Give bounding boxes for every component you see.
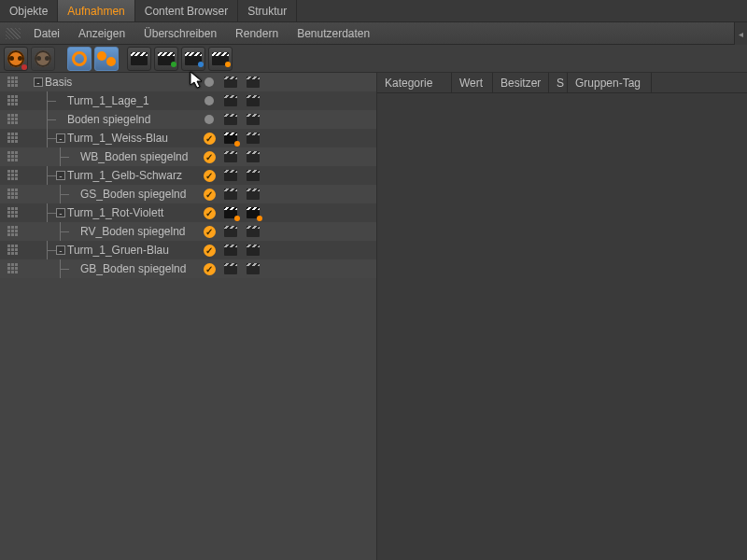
clapper-mini-icon[interactable]: [242, 133, 264, 144]
drag-handle-icon[interactable]: [7, 226, 19, 237]
take-row[interactable]: WB_Boden spiegelnd✓: [0, 147, 376, 166]
take-row[interactable]: -Turm_1_Weiss-Blau✓: [0, 129, 376, 147]
expander-icon: [69, 189, 78, 199]
take-row[interactable]: -Turm_1_Gelb-Schwarz✓: [0, 166, 376, 185]
clapper-mini-icon[interactable]: [242, 189, 264, 200]
clapper-mini-icon[interactable]: [219, 77, 242, 88]
status-icon[interactable]: ✓: [199, 245, 219, 257]
expander-icon[interactable]: -: [56, 171, 65, 180]
tab-aufnahmen[interactable]: Aufnahmen: [58, 0, 134, 21]
clapper-mini-icon[interactable]: [219, 133, 242, 144]
drag-handle-icon[interactable]: [7, 77, 19, 88]
take-label[interactable]: Turm_1_Rot-Violett: [67, 206, 169, 219]
take-label[interactable]: Turm_1_Gruen-Blau: [67, 244, 175, 257]
column-gruppen-tag[interactable]: Gruppen-Tag: [568, 73, 652, 92]
blobs-icon[interactable]: [94, 47, 119, 71]
drag-handle-icon[interactable]: [7, 189, 19, 200]
clapper-range-icon[interactable]: [181, 47, 205, 71]
status-icon[interactable]: ✓: [199, 170, 219, 182]
take-row[interactable]: GS_Boden spiegelnd✓: [0, 185, 376, 203]
tab-struktur[interactable]: Struktur: [238, 0, 297, 21]
take-label[interactable]: RV_Boden spiegelnd: [80, 225, 191, 238]
clapper-mini-icon[interactable]: [242, 263, 264, 274]
status-icon[interactable]: ✓: [199, 263, 219, 275]
drag-handle-icon[interactable]: [7, 245, 19, 256]
drag-handle-icon[interactable]: [7, 170, 19, 181]
clapper-mini-icon[interactable]: [219, 170, 242, 181]
clapper-mini-icon[interactable]: [242, 207, 264, 218]
status-icon[interactable]: ✓: [199, 151, 219, 163]
camera-reel-icon: [31, 47, 55, 71]
take-row[interactable]: -Turm_1_Rot-Violett✓: [0, 203, 376, 222]
film-reel-add-icon[interactable]: [4, 47, 28, 71]
clapper-mini-icon[interactable]: [242, 114, 264, 125]
menu-anzeigen[interactable]: Anzeigen: [69, 22, 134, 45]
film-reel-add-icon: [7, 50, 24, 67]
drag-handle-icon[interactable]: [7, 95, 19, 106]
clapper-mini-icon[interactable]: [219, 245, 242, 256]
take-label[interactable]: Turm_1_Lage_1: [67, 94, 155, 107]
clapper-mini-icon[interactable]: [219, 263, 242, 274]
drag-handle-icon[interactable]: [7, 151, 19, 162]
expander-icon[interactable]: -: [56, 208, 65, 217]
column-s[interactable]: S: [549, 73, 568, 92]
clapper-mini-icon[interactable]: [242, 77, 264, 88]
clapper-mini-icon[interactable]: [219, 95, 242, 106]
column-wert[interactable]: Wert: [452, 73, 493, 92]
menubar-overflow[interactable]: ◂: [734, 22, 747, 45]
clapper-mini-icon[interactable]: [242, 151, 264, 162]
take-label[interactable]: Turm_1_Weiss-Blau: [67, 132, 174, 145]
clapper-mini-icon[interactable]: [219, 151, 242, 162]
expander-icon[interactable]: -: [56, 245, 65, 255]
drag-handle-icon[interactable]: [7, 263, 19, 274]
status-icon[interactable]: ✓: [199, 226, 219, 238]
attribute-body: [377, 93, 747, 560]
clapper-mini-icon[interactable]: [242, 226, 264, 237]
clapper-add-icon[interactable]: [208, 47, 233, 71]
take-row[interactable]: Boden spiegelnd: [0, 110, 376, 129]
status-icon[interactable]: ✓: [199, 189, 219, 201]
take-label[interactable]: Boden spiegelnd: [67, 113, 156, 126]
ring-icon[interactable]: [67, 47, 92, 71]
take-label[interactable]: WB_Boden spiegelnd: [80, 150, 193, 163]
status-icon[interactable]: ✓: [199, 133, 219, 145]
column-kategorie[interactable]: Kategorie: [377, 73, 452, 92]
menu-rendern[interactable]: Rendern: [226, 22, 288, 45]
take-label[interactable]: GB_Boden spiegelnd: [80, 262, 191, 275]
status-icon[interactable]: [199, 115, 219, 124]
clapper-mini-icon[interactable]: [242, 245, 264, 256]
status-icon[interactable]: ✓: [199, 207, 219, 219]
clapper-icon[interactable]: [127, 47, 151, 71]
clapper-mini-icon[interactable]: [219, 207, 242, 218]
drag-handle-icon[interactable]: [7, 133, 19, 144]
take-row[interactable]: -Basis: [0, 73, 376, 91]
column-besitzer[interactable]: Besitzer: [493, 73, 549, 92]
take-row[interactable]: RV_Boden spiegelnd✓: [0, 222, 376, 241]
camera-reel-icon: [35, 50, 51, 67]
take-label[interactable]: GS_Boden spiegelnd: [80, 188, 191, 201]
expander-icon[interactable]: -: [56, 133, 65, 143]
status-icon[interactable]: [199, 96, 219, 105]
clapper-mini-icon[interactable]: [242, 170, 264, 181]
take-label[interactable]: Turm_1_Gelb-Schwarz: [67, 169, 188, 182]
drag-handle-icon[interactable]: [7, 207, 19, 218]
take-row[interactable]: Turm_1_Lage_1: [0, 91, 376, 110]
tab-content-browser[interactable]: Content Browser: [135, 0, 238, 21]
drag-handle-icon[interactable]: [7, 114, 19, 125]
clapper-mini-icon[interactable]: [242, 95, 264, 106]
menu-überschreiben[interactable]: Überschreiben: [134, 22, 226, 45]
clapper-mini-icon[interactable]: [219, 114, 242, 125]
tab-objekte[interactable]: Objekte: [0, 0, 58, 21]
menu-benutzerdaten[interactable]: Benutzerdaten: [288, 22, 379, 45]
status-icon[interactable]: [199, 77, 219, 87]
take-label[interactable]: Basis: [45, 76, 78, 89]
clapper-mini-icon[interactable]: [219, 226, 242, 237]
take-row[interactable]: -Turm_1_Gruen-Blau✓: [0, 241, 376, 259]
ring-icon: [72, 51, 87, 66]
menu-datei[interactable]: Datei: [24, 22, 69, 45]
tab-bar: ObjekteAufnahmenContent BrowserStruktur: [0, 0, 747, 22]
take-row[interactable]: GB_Boden spiegelnd✓: [0, 259, 376, 278]
expander-icon[interactable]: -: [34, 77, 43, 87]
clapper-mini-icon[interactable]: [219, 189, 242, 200]
clapper-play-icon[interactable]: [154, 47, 178, 71]
